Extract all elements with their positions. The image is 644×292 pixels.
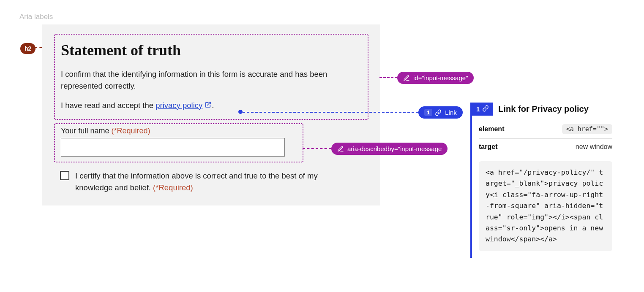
accept-paragraph: I have read and accept the privacy polic… bbox=[61, 100, 362, 112]
required-marker: (*Required) bbox=[111, 127, 150, 135]
confirm-paragraph: I confirm that the identifying informati… bbox=[61, 68, 362, 92]
connector-ariadesc bbox=[303, 148, 331, 149]
edit-icon bbox=[403, 75, 410, 81]
info-key-element: element bbox=[479, 125, 504, 133]
privacy-policy-link-text: privacy policy bbox=[156, 101, 202, 110]
info-panel-body: element <a href=""> target new window <a… bbox=[472, 116, 619, 258]
info-val-target: new window bbox=[576, 143, 612, 151]
annotation-aria-describedby: aria-describedby="input-message bbox=[331, 143, 448, 155]
edit-icon bbox=[337, 146, 344, 152]
link-icon bbox=[482, 105, 489, 113]
certify-label: I certify that the information above is … bbox=[75, 170, 320, 194]
info-panel-tab: 1 bbox=[472, 103, 493, 116]
accept-prefix: I have read and accept the bbox=[61, 101, 156, 110]
info-panel-header: 1 Link for Privacy policy bbox=[472, 103, 619, 116]
annotation-aria-text: aria-describedby="input-message bbox=[347, 145, 442, 152]
connector-dot-link bbox=[238, 110, 243, 114]
annotation-link-label: Link bbox=[445, 109, 457, 116]
connector-link bbox=[243, 112, 418, 113]
info-key-target: target bbox=[479, 143, 497, 151]
info-row-element: element <a href=""> bbox=[479, 120, 612, 139]
link-icon bbox=[435, 109, 442, 116]
input-message-region: Statement of truth I confirm that the id… bbox=[54, 34, 368, 120]
annotation-id-text: id="input-message" bbox=[413, 74, 468, 81]
info-panel-title: Link for Privacy policy bbox=[498, 104, 588, 114]
info-panel: 1 Link for Privacy policy element <a hre… bbox=[470, 103, 619, 258]
privacy-policy-link[interactable]: privacy policy bbox=[156, 101, 212, 110]
annotation-link-badge: 1 Link bbox=[418, 106, 463, 119]
certify-text: I certify that the information above is … bbox=[75, 171, 318, 192]
annotation-id-input-message: id="input-message" bbox=[397, 72, 474, 84]
fullname-label-row: Your full name (*Required) bbox=[61, 127, 297, 135]
external-link-icon bbox=[204, 100, 212, 112]
accept-suffix: . bbox=[212, 101, 214, 110]
connector-idmsg bbox=[379, 77, 397, 78]
page-title: Statement of truth bbox=[61, 41, 362, 59]
info-row-target: target new window bbox=[479, 139, 612, 155]
fullname-region: Your full name (*Required) bbox=[54, 123, 303, 162]
info-val-element: <a href=""> bbox=[562, 124, 612, 134]
fullname-input[interactable] bbox=[61, 138, 285, 157]
info-panel-tab-num: 1 bbox=[476, 105, 480, 113]
required-marker-2: (*Required) bbox=[153, 183, 193, 192]
form-card: Statement of truth I confirm that the id… bbox=[42, 24, 380, 205]
certify-checkbox[interactable] bbox=[60, 171, 69, 180]
page-label: Aria labels bbox=[19, 13, 53, 21]
certify-row: I certify that the information above is … bbox=[54, 170, 368, 194]
annotation-link-num: 1 bbox=[424, 109, 432, 116]
info-code-block: <a href="/privacy-policy/" target="_blan… bbox=[479, 161, 612, 251]
fullname-label: Your full name bbox=[61, 127, 111, 135]
h2-badge: h2 bbox=[20, 43, 35, 54]
